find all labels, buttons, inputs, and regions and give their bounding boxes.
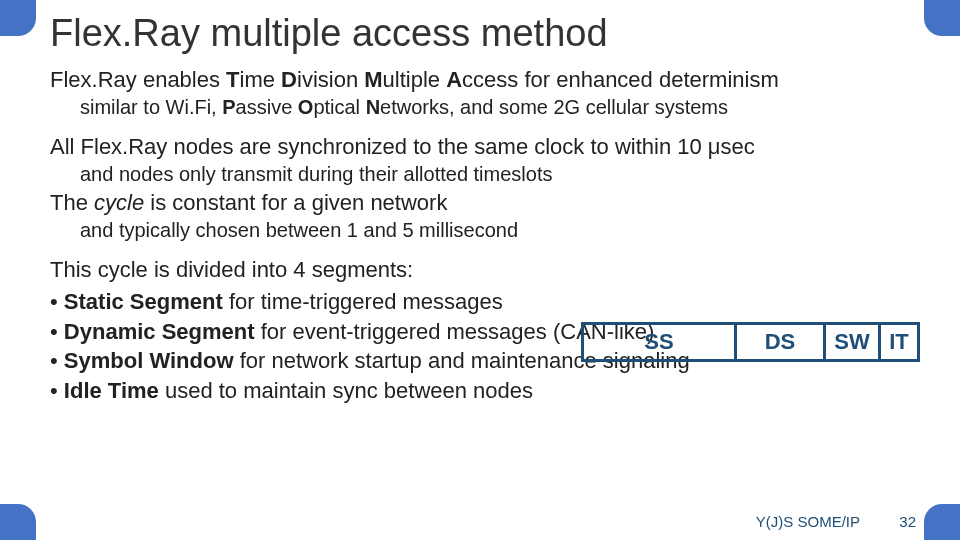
tdma-line: Flex.Ray enables Time Division Multiple … — [50, 65, 920, 120]
text-bold: T — [226, 67, 239, 92]
bullet-mark: • — [50, 319, 64, 344]
bullet-static: • Static Segment for time-triggered mess… — [50, 287, 920, 317]
text: used to maintain sync between nodes — [159, 378, 533, 403]
text: for time-triggered messages — [223, 289, 503, 314]
slide-title: Flex.Ray multiple access method — [50, 12, 920, 55]
text: ivision — [297, 67, 364, 92]
text-bold: Idle Time — [64, 378, 159, 403]
corner-decoration-bl — [0, 504, 36, 540]
text: assive — [236, 96, 298, 118]
text: ultiple — [383, 67, 447, 92]
text-bold: M — [364, 67, 382, 92]
segment-it: IT — [881, 325, 917, 359]
segment-ss: SS — [584, 325, 737, 359]
bullet-mark: • — [50, 289, 64, 314]
text-bold: Static Segment — [64, 289, 223, 314]
corner-decoration-br — [924, 504, 960, 540]
corner-decoration-tr — [924, 0, 960, 36]
bullet-mark: • — [50, 348, 64, 373]
sync-subline: and nodes only transmit during their all… — [80, 161, 920, 187]
cycle-subline: and typically chosen between 1 and 5 mil… — [80, 217, 920, 243]
segment-sw: SW — [826, 325, 881, 359]
footer-reference: Y(J)S SOME/IP — [756, 513, 860, 530]
text: similar to Wi.Fi, — [80, 96, 222, 118]
text-bold: N — [366, 96, 380, 118]
bullet-idle: • Idle Time used to maintain sync betwee… — [50, 376, 920, 406]
text: ptical — [313, 96, 365, 118]
text: is constant for a given network — [144, 190, 447, 215]
cycle-diagram: SS DS SW IT — [581, 322, 920, 362]
segment-intro: This cycle is divided into 4 segments: — [50, 255, 920, 285]
text: The — [50, 190, 94, 215]
slide-number: 32 — [899, 513, 916, 530]
text: ime — [240, 67, 282, 92]
text: Flex.Ray enables — [50, 67, 226, 92]
sync-line: All Flex.Ray nodes are synchronized to t… — [50, 132, 920, 187]
text-bold: Symbol Window — [64, 348, 234, 373]
bullet-mark: • — [50, 378, 64, 403]
text-bold: Dynamic Segment — [64, 319, 255, 344]
segment-ds: DS — [737, 325, 826, 359]
cycle-line: The cycle is constant for a given networ… — [50, 188, 920, 243]
text-italic: cycle — [94, 190, 144, 215]
text: All Flex.Ray nodes are synchronized to t… — [50, 134, 755, 159]
text: ccess for enhanced determinism — [462, 67, 779, 92]
tdma-subline: similar to Wi.Fi, Passive Optical Networ… — [80, 94, 920, 120]
slide-body: Flex.Ray multiple access method Flex.Ray… — [50, 12, 920, 510]
text: etworks, and some 2G cellular systems — [380, 96, 728, 118]
text-bold: P — [222, 96, 235, 118]
text-bold: O — [298, 96, 314, 118]
text-bold: D — [281, 67, 297, 92]
corner-decoration-tl — [0, 0, 36, 36]
text-bold: A — [446, 67, 462, 92]
